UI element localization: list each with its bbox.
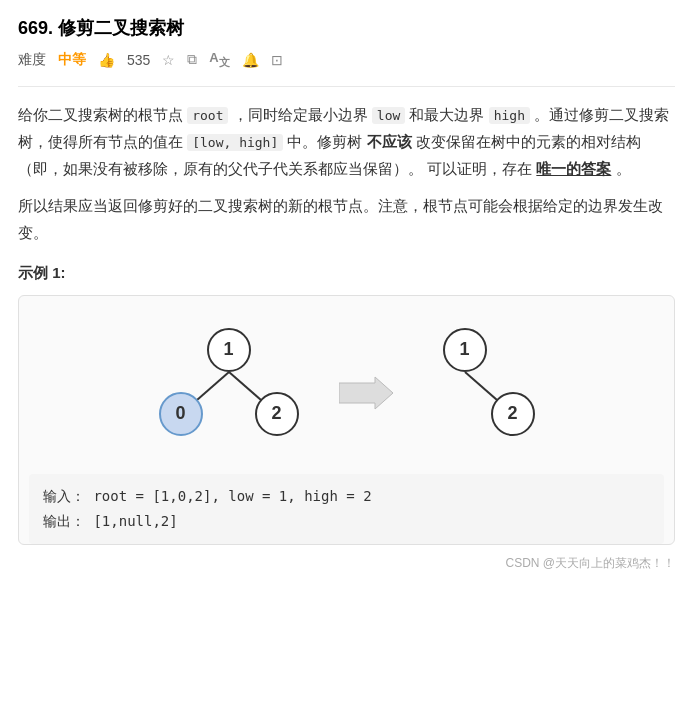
input-line: 输入： root = [1,0,2], low = 1, high = 2 [43, 484, 650, 509]
range-code: [low, high] [187, 134, 283, 151]
example-title: 示例 1: [18, 264, 675, 283]
left-tree-left: 0 [159, 392, 203, 436]
input-value: root = [1,0,2], low = 1, high = 2 [93, 488, 371, 504]
arrow-symbol [339, 375, 395, 411]
right-tree-root: 1 [443, 328, 487, 372]
bell-icon[interactable]: 🔔 [242, 52, 259, 68]
translate-icon[interactable]: A文 [209, 50, 229, 70]
example-io-box: 输入： root = [1,0,2], low = 1, high = 2 输出… [29, 474, 664, 544]
difficulty-value: 中等 [58, 51, 86, 69]
output-label: 输出： [43, 513, 85, 529]
desc-para2: 所以结果应当返回修剪好的二叉搜索树的新的根节点。注意，根节点可能会根据给定的边界… [18, 192, 675, 246]
copy-icon[interactable]: ⧉ [187, 51, 197, 68]
left-tree-root: 1 [207, 328, 251, 372]
output-line: 输出： [1,null,2] [43, 509, 650, 534]
right-tree: 1 2 [425, 328, 545, 458]
description: 给你二叉搜索树的根节点 root ，同时给定最小边界 low 和最大边界 hig… [18, 101, 675, 246]
problem-title: 669. 修剪二叉搜索树 [18, 16, 675, 40]
high-code: high [489, 107, 530, 124]
bold-not-should: 不应该 [367, 133, 412, 150]
right-tree-right: 2 [491, 392, 535, 436]
output-value: [1,null,2] [93, 513, 177, 529]
input-label: 输入： [43, 488, 85, 504]
difficulty-label: 难度 [18, 51, 46, 69]
meta-row: 难度 中等 👍 535 ☆ ⧉ A文 🔔 ⊡ [18, 50, 675, 70]
root-code: root [187, 107, 228, 124]
footer-credit: CSDN @天天向上的菜鸡杰！！ [18, 555, 675, 572]
diagram-wrapper: 1 0 2 1 2 输入： root = [1,0,2], low = 1 [18, 295, 675, 545]
like-count: 535 [127, 52, 150, 68]
left-tree-right: 2 [255, 392, 299, 436]
like-icon[interactable]: 👍 [98, 52, 115, 68]
svg-marker-2 [339, 377, 393, 409]
divider [18, 86, 675, 87]
low-code: low [372, 107, 405, 124]
unique-answer: 唯一的答案 [536, 160, 611, 177]
left-tree: 1 0 2 [149, 328, 309, 458]
bookmark-icon[interactable]: ⊡ [271, 52, 283, 68]
star-icon[interactable]: ☆ [162, 52, 175, 68]
desc-para1: 给你二叉搜索树的根节点 root ，同时给定最小边界 low 和最大边界 hig… [18, 101, 675, 182]
diagram-area: 1 0 2 1 2 [29, 318, 664, 468]
